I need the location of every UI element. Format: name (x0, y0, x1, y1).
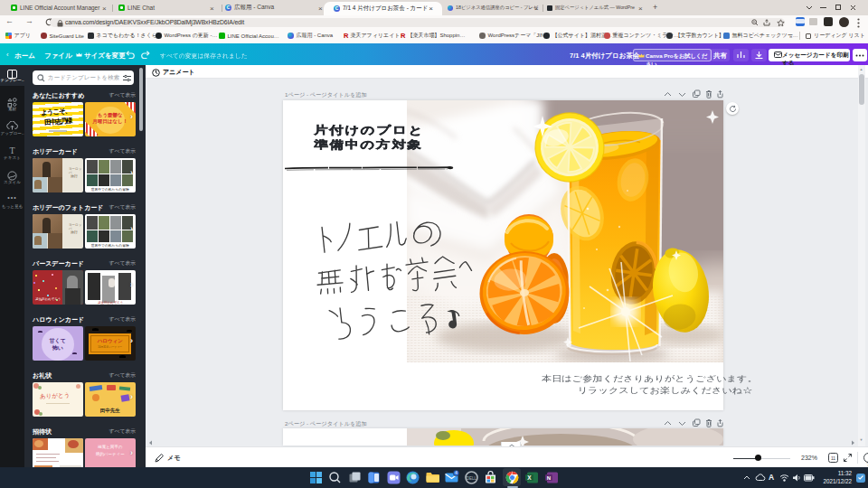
svg-text:11: 11 (831, 455, 835, 461)
svg-text:N: N (547, 474, 551, 480)
svg-text:DELL: DELL (467, 475, 477, 480)
svg-text:X: X (527, 474, 532, 480)
